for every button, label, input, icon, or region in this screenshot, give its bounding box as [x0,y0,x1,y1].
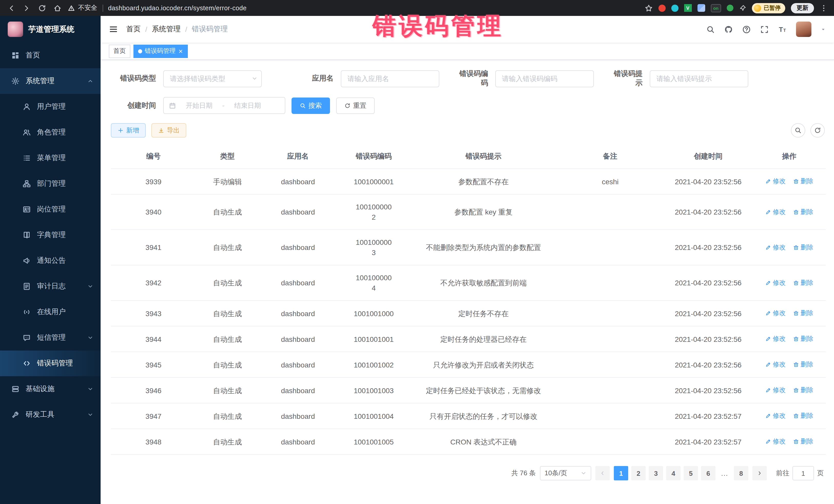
date-range-picker[interactable]: - [163,97,285,114]
font-size-icon[interactable]: TT [778,25,787,34]
help-icon[interactable] [742,25,751,34]
delete-button[interactable]: 删除 [793,176,813,186]
reload-icon[interactable] [38,4,46,12]
cell-actions: 修改删除 [753,326,826,352]
fullscreen-icon[interactable] [760,25,769,34]
sidebar-item-user-mgmt[interactable]: 用户管理 [0,94,101,119]
app-name-input[interactable] [341,70,439,87]
app-name-field[interactable] [341,70,439,87]
profile-paused-badge[interactable]: 已暂停 [752,3,785,13]
error-msg-input[interactable] [650,70,748,87]
sidebar-item-dict-mgmt[interactable]: 字典管理 [0,222,101,248]
page-button[interactable]: 3 [649,466,663,480]
hamburger-icon[interactable] [109,25,118,34]
delete-button[interactable]: 删除 [793,411,813,421]
page-button[interactable]: 2 [631,466,646,480]
start-date-input[interactable] [179,102,219,109]
avatar[interactable] [796,22,811,37]
page-size-select[interactable]: 10条/页 [540,466,591,480]
forward-icon[interactable] [23,4,31,12]
page-button[interactable]: 8 [734,466,748,480]
edit-button[interactable]: 修改 [765,308,786,318]
page-button[interactable]: 5 [684,466,698,480]
error-msg-field[interactable] [650,70,748,87]
extension-icon[interactable] [671,4,678,12]
search-icon[interactable] [706,25,715,34]
sidebar-item-label: 基础设施 [26,385,54,394]
page-button[interactable]: 1 [614,466,628,480]
sidebar-item-online-users[interactable]: 在线用户 [0,299,101,325]
delete-button[interactable]: 删除 [793,278,813,288]
edit-button[interactable]: 修改 [765,436,786,446]
export-button[interactable]: 导出 [151,123,186,137]
search-toggle-button[interactable] [791,123,805,137]
sidebar-item-home[interactable]: 首页 [0,43,101,68]
refresh-button[interactable] [810,123,825,137]
add-button[interactable]: 新增 [111,123,146,137]
edit-button[interactable]: 修改 [765,242,786,252]
sidebar-item-system-mgmt[interactable]: 系统管理 [0,68,101,94]
edit-button[interactable]: 修改 [765,206,786,217]
extension-icon[interactable] [727,5,733,11]
cell-type: 手动编辑 [196,169,259,194]
error-type-select-input[interactable] [163,70,262,87]
not-secure-label: 不安全 [78,4,97,12]
error-code-field[interactable] [495,70,594,87]
browser-menu-icon[interactable] [820,4,828,12]
extension-icon[interactable] [658,4,665,12]
tab-error-code-mgmt[interactable]: 错误码管理 [133,44,188,58]
sidebar-item-infrastructure[interactable]: 基础设施 [0,376,101,402]
breadcrumb-home[interactable]: 首页 [126,25,140,34]
edit-button[interactable]: 修改 [765,385,786,395]
tab-close-icon[interactable] [178,48,183,53]
tab-home[interactable]: 首页 [109,44,130,58]
edit-button[interactable]: 修改 [765,176,786,186]
delete-button[interactable]: 删除 [793,206,813,217]
sidebar-item-dept-mgmt[interactable]: 部门管理 [0,171,101,197]
sidebar-item-post-mgmt[interactable]: 岗位管理 [0,197,101,222]
search-button[interactable]: 搜索 [291,97,330,114]
sidebar-item-role-mgmt[interactable]: 角色管理 [0,119,101,145]
sidebar-item-error-code-mgmt[interactable]: 错误码管理 [0,351,101,376]
github-icon[interactable] [724,25,733,34]
reset-button[interactable]: 重置 [336,97,375,114]
next-page-button[interactable] [752,466,767,480]
delete-button[interactable]: 删除 [793,242,813,252]
table-row: 3940自动生成dashboard1001000002参数配置 key 重复20… [111,194,826,230]
caret-down-icon[interactable] [821,27,826,32]
extension-icon[interactable]: on [710,4,721,12]
delete-button[interactable]: 删除 [793,308,813,318]
edit-button[interactable]: 修改 [765,359,786,370]
pin-icon[interactable] [739,4,746,12]
error-type-select[interactable] [163,70,262,87]
edit-button[interactable]: 修改 [765,334,786,344]
update-button[interactable]: 更新 [791,3,814,13]
back-icon[interactable] [7,4,15,12]
goto-page-input[interactable] [792,466,814,480]
error-code-input[interactable] [495,70,594,87]
page-ellipsis[interactable]: ... [719,469,731,477]
extension-icon[interactable]: V [684,4,692,12]
address-url[interactable]: dashboard.yudao.iocoder.cn/system/error-… [108,4,247,12]
sidebar-item-audit-log[interactable]: 审计日志 [0,273,101,299]
delete-button[interactable]: 删除 [793,436,813,446]
bookmark-star-icon[interactable] [644,4,653,12]
delete-button[interactable]: 删除 [793,334,813,344]
delete-button[interactable]: 删除 [793,385,813,395]
sidebar-item-notice[interactable]: 通知公告 [0,248,101,273]
sidebar-item-dev-tools[interactable]: 研发工具 [0,402,101,428]
end-date-input[interactable] [227,102,268,109]
page-button[interactable]: 4 [666,466,681,480]
sidebar-item-menu-mgmt[interactable]: 菜单管理 [0,145,101,171]
security-chip[interactable]: 不安全 [68,4,97,12]
breadcrumb-system[interactable]: 系统管理 [152,25,181,34]
prev-page-button[interactable] [595,466,610,480]
page-button[interactable]: 6 [701,466,716,480]
extension-icon[interactable] [697,4,705,12]
edit-button[interactable]: 修改 [765,411,786,421]
sidebar-item-sms-mgmt[interactable]: 短信管理 [0,325,101,351]
delete-button[interactable]: 删除 [793,359,813,370]
edit-button[interactable]: 修改 [765,278,786,288]
edit-label: 修改 [773,334,786,344]
home-icon[interactable] [53,4,62,12]
